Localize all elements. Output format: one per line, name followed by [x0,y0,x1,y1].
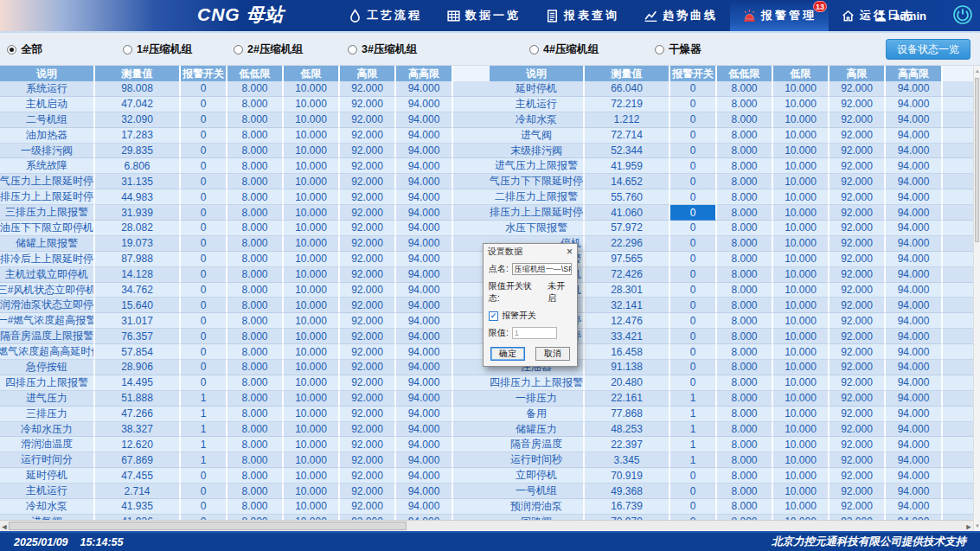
cell-alarm-switch[interactable]: 0 [181,484,227,499]
filter-radio-4#压缩机组[interactable]: 4#压缩机组 [529,33,599,66]
cell-alarm-switch[interactable]: 0 [670,221,717,236]
table-row[interactable]: 主机启动47.04208.00010.00092.00094.000 [0,97,490,112]
table-row[interactable]: 三排压力47.26618.00010.00092.00094.000 [0,407,490,422]
cell-alarm-switch[interactable]: 0 [670,344,717,360]
cell-alarm-switch[interactable]: 1 [670,452,717,468]
table-row[interactable]: 进气压力下下限延时停机14.65208.00010.00092.00094.00… [490,174,973,189]
table-row[interactable]: 二号机组32.09008.00010.00092.00094.000 [0,112,490,128]
cell-alarm-switch[interactable]: 0 [181,158,227,174]
table-row[interactable]: 一号机组49.36808.00010.00092.00094.000 [490,484,973,499]
table-row[interactable]: 预润滑油泵16.73908.00010.00092.00094.000 [490,499,973,515]
cell-alarm-switch[interactable]: 0 [181,144,227,159]
cell-alarm-switch[interactable]: 0 [670,174,717,189]
cell-alarm-switch[interactable]: 0 [670,360,717,375]
table-row[interactable]: 储罐上限报警19.07308.00010.00092.00094.000 [0,236,490,252]
table-row[interactable]: 冷却水泵41.93508.00010.00092.00094.000 [0,499,490,515]
cell-alarm-switch[interactable]: 0 [670,375,717,391]
table-row[interactable]: 立即停机70.91908.00010.00092.00094.000 [490,468,973,484]
cell-alarm-switch[interactable]: 0 [181,468,227,484]
cell-alarm-switch[interactable]: 0 [181,267,227,283]
cell-alarm-switch[interactable]: 0 [181,360,227,375]
alarm-switch-checkbox[interactable]: ✓ [489,311,498,321]
cell-alarm-switch[interactable]: 0 [181,375,227,391]
limit-value-input[interactable]: 1 [512,327,557,339]
table-row[interactable]: 一排压力上上限延时停机44.98308.00010.00092.00094.00… [0,189,490,205]
cell-alarm-switch[interactable]: 0 [670,144,717,159]
cell-alarm-switch[interactable]: 0 [670,329,717,344]
nav-item-trend[interactable]: 趋势曲线 [631,0,730,31]
table-row[interactable]: 三排压力上上限延时停机41.06008.00010.00092.00094.00… [490,205,973,221]
cell-alarm-switch[interactable]: 0 [181,252,227,267]
table-row[interactable]: 主机过载立即停机14.12808.00010.00092.00094.000 [0,267,490,283]
vertical-scrollbar[interactable]: ▲ ▼ [973,66,980,531]
cell-alarm-switch[interactable]: 1 [670,437,717,452]
table-row[interactable]: 水压下限报警57.97208.00010.00092.00094.000 [490,221,973,236]
nav-item-alarm[interactable]: 报警管理13 [730,0,829,31]
table-row[interactable]: 进气压力上限报警41.95908.00010.00092.00094.000 [490,158,973,174]
power-button[interactable] [952,4,973,25]
cell-alarm-switch[interactable]: 0 [670,112,717,128]
cell-alarm-switch[interactable]: 0 [181,283,227,298]
table-row[interactable]: 油压下下限立即停机28.08208.00010.00092.00094.000 [0,221,490,236]
cell-alarm-switch[interactable]: 0 [670,236,717,252]
scroll-up-arrow-icon[interactable]: ▲ [974,66,980,76]
table-row[interactable]: 末级排污阀52.34408.00010.00092.00094.000 [490,144,973,159]
cell-alarm-switch[interactable]: 0 [181,128,227,144]
table-row[interactable]: 系统故障6.80608.00010.00092.00094.000 [0,158,490,174]
table-row[interactable]: 运行时间分67.86918.00010.00092.00094.000 [0,452,490,468]
table-row[interactable]: 储罐压力48.25318.00010.00092.00094.000 [490,422,973,438]
table-row[interactable]: 三排压力上限报警31.93908.00010.00092.00094.000 [0,205,490,221]
table-row[interactable]: 一#燃气浓度超高报警31.01708.00010.00092.00094.000 [0,313,490,329]
radio-icon[interactable] [348,45,357,54]
cell-alarm-switch[interactable]: 0 [181,298,227,313]
filter-radio-1#压缩机组[interactable]: 1#压缩机组 [123,33,192,66]
table-row[interactable]: 二排冷后上上限延时停机87.98808.00010.00092.00094.00… [0,252,490,267]
cell-alarm-switch[interactable]: 0 [181,221,227,236]
cell-alarm-switch[interactable]: 0 [670,313,717,329]
table-row[interactable]: 四排压力上限报警14.49508.00010.00092.00094.000 [0,375,490,391]
cell-alarm-switch[interactable]: 0 [670,298,717,313]
cell-alarm-switch[interactable]: 1 [670,391,717,407]
radio-icon[interactable] [234,45,243,54]
table-row[interactable]: 滑润油温度12.62018.00010.00092.00094.000 [0,437,490,452]
cell-alarm-switch[interactable]: 1 [181,422,227,438]
table-row[interactable]: 四排压力上上限报警20.48008.00010.00092.00094.000 [490,375,973,391]
filter-radio-3#压缩机组[interactable]: 3#压缩机组 [348,33,417,66]
cancel-button[interactable]: 取消 [535,347,570,361]
cell-alarm-switch[interactable]: 1 [181,407,227,422]
cell-alarm-switch[interactable]: 1 [181,391,227,407]
table-row[interactable]: 隔音房温度上限报警76.35708.00010.00092.00094.000 [0,329,490,344]
scroll-left-arrow-icon[interactable]: ◄ [0,521,9,531]
vertical-scroll-thumb[interactable] [975,78,979,242]
table-row[interactable]: 三#风机状态立即停机34.76208.00010.00092.00094.000 [0,283,490,298]
scroll-down-arrow-icon[interactable]: ▼ [974,521,980,531]
cell-alarm-switch[interactable]: 0 [181,499,227,515]
table-row[interactable]: 二#燃气浓度超高高延时停机57.85408.00010.00092.00094.… [0,344,490,360]
filter-radio-2#压缩机组[interactable]: 2#压缩机组 [234,33,303,66]
table-row[interactable]: 冷却水压力38.32718.00010.00092.00094.000 [0,422,490,438]
cell-alarm-switch[interactable]: 0 [670,252,717,267]
user-menu[interactable]: admin [874,0,926,31]
cell-alarm-switch[interactable]: 0 [181,236,227,252]
table-row[interactable]: 主机运行2.71408.00010.00092.00094.000 [0,484,490,499]
table-row[interactable]: 进气压力上上限延时停机31.13508.00010.00092.00094.00… [0,174,490,189]
cell-alarm-switch[interactable]: 0 [670,267,717,283]
nav-item-report[interactable]: 报表查询 [533,0,631,31]
cell-alarm-switch[interactable]: 0 [670,158,717,174]
cell-alarm-switch[interactable]: 0 [670,283,717,298]
cell-alarm-switch[interactable]: 0 [670,468,717,484]
cell-alarm-switch[interactable]: 1 [181,437,227,452]
radio-icon[interactable] [123,45,132,54]
cell-alarm-switch[interactable]: 0 [670,128,717,144]
table-row[interactable]: 急停按钮28.90608.00010.00092.00094.000 [0,360,490,375]
table-row[interactable]: 进气压力51.88818.00010.00092.00094.000 [0,391,490,407]
cell-alarm-switch[interactable]: 1 [670,407,717,422]
cell-alarm-switch[interactable]: 0 [181,112,227,128]
radio-icon[interactable] [7,45,16,54]
device-state-button[interactable]: 设备状态一览 [886,39,970,60]
cell-alarm-switch[interactable]: 0 [181,205,227,221]
ok-button[interactable]: 确定 [490,347,525,361]
cell-alarm-switch[interactable]: 0 [670,499,717,515]
table-row[interactable]: 油加热器17.28308.00010.00092.00094.000 [0,128,490,144]
table-row[interactable]: 隔音房温度22.39718.00010.00092.00094.000 [490,437,973,452]
